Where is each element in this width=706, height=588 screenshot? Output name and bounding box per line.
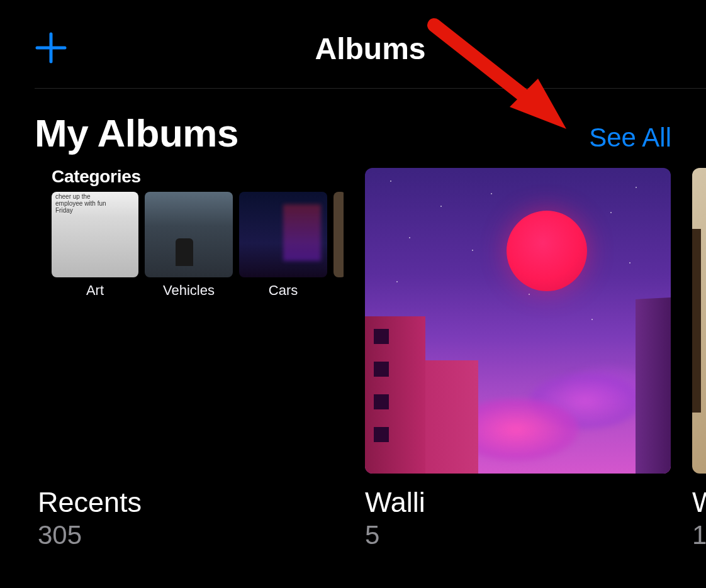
album-walli[interactable]: Walli 5 — [365, 168, 671, 550]
album-partial[interactable]: W 1 — [692, 168, 706, 550]
album-thumbnail — [692, 168, 706, 474]
album-count: 305 — [38, 520, 344, 550]
album-name: Recents — [38, 486, 344, 519]
page-title: Albums — [69, 31, 671, 66]
category-tile: Vehicles — [145, 192, 233, 299]
album-name: W — [692, 486, 706, 519]
see-all-link[interactable]: See All — [589, 123, 671, 153]
album-count: 1 — [692, 520, 706, 550]
category-tile — [333, 192, 344, 299]
album-thumbnail: Categories cheer up the employee with fu… — [38, 168, 344, 474]
album-count: 5 — [365, 520, 671, 550]
section-header: My Albums See All — [0, 89, 706, 168]
albums-row: Categories cheer up the employee with fu… — [0, 168, 706, 550]
section-title: My Albums — [35, 111, 238, 155]
nav-header: Albums — [35, 0, 706, 89]
category-tile: cheer up the employee with fun Friday Ar… — [52, 192, 138, 299]
categories-label: Categories — [52, 168, 141, 187]
album-name: Walli — [365, 486, 671, 519]
album-thumbnail — [365, 168, 671, 474]
album-recents[interactable]: Categories cheer up the employee with fu… — [38, 168, 344, 550]
category-tile: Cars — [239, 192, 327, 299]
